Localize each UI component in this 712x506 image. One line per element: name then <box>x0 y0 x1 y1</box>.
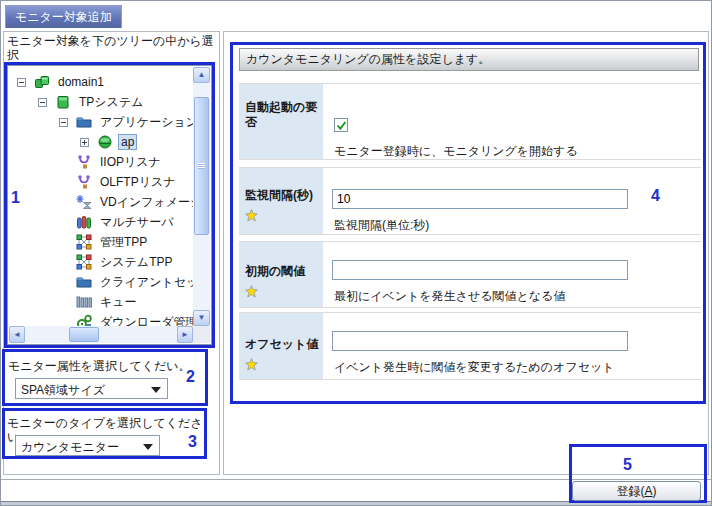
tree-item[interactable]: VDインフォメーション <box>9 192 193 212</box>
required-star-icon <box>245 358 319 375</box>
tree-item-label[interactable]: ダウンローダ管理サー <box>97 313 193 327</box>
queue-icon <box>76 294 92 310</box>
folder-icon <box>76 274 92 290</box>
tree-item[interactable]: domain1 <box>9 72 193 92</box>
tree-item[interactable]: アプリケーショングルー <box>9 112 193 132</box>
monitor-add-window: モニター対象追加 モニター対象を下のツリーの中から選択 してください。 doma… <box>0 0 712 506</box>
tab-add-monitor-target[interactable]: モニター対象追加 <box>5 5 122 28</box>
field-desc-interval: 監視間隔(単位:秒) <box>334 217 429 234</box>
horizontal-scroll-thumb[interactable] <box>69 327 99 342</box>
chevron-down-icon <box>151 387 161 393</box>
field-label-offset: オフセット値 <box>239 313 323 379</box>
tree-rows: domain1TPシステムアプリケーショングルーapIIOPリスナOLFTPリス… <box>9 67 193 326</box>
monitor-attribute-select[interactable]: SPA領域サイズ <box>15 378 168 399</box>
tree-item[interactable]: ap <box>9 132 193 152</box>
tree-item[interactable]: 管理TPP <box>9 232 193 252</box>
expander-plus-icon[interactable] <box>80 138 89 147</box>
vdinfo-icon <box>76 194 92 210</box>
scroll-right-button[interactable]: ► <box>177 326 193 343</box>
required-star-icon <box>245 209 319 226</box>
field-desc-threshold: 最初にイベントを発生させる閾値となる値 <box>334 288 565 305</box>
annotation-number-4: 4 <box>651 187 660 205</box>
tree-item-label[interactable]: システムTPP <box>97 253 175 272</box>
tree-instruction-line1: モニター対象を下のツリーの中から選択 <box>7 34 214 62</box>
tree-item[interactable]: ダウンローダ管理サー <box>9 312 193 326</box>
listener-icon <box>76 154 92 170</box>
field-desc-autostart: モニター登録時に、モニタリングを開始する <box>334 143 578 160</box>
scroll-down-button[interactable]: ▼ <box>193 310 210 326</box>
field-name: オフセット値 <box>245 337 318 351</box>
annotation-box-2: モニター属性を選択してくだい。 SPA領域サイズ 2 <box>2 349 208 406</box>
register-button-label-close: ) <box>653 484 657 498</box>
annotation-number-2: 2 <box>186 368 195 386</box>
field-name: 監視間隔(秒) <box>245 188 313 202</box>
field-label-interval: 監視間隔(秒) <box>239 168 323 234</box>
field-name: 自動起動の要否 <box>245 100 317 129</box>
tree-item-label[interactable]: domain1 <box>55 74 107 90</box>
app-icon <box>97 134 113 150</box>
field-row-autostart: 自動起動の要否 モニター登録時に、モニタリングを開始する <box>239 83 701 160</box>
register-button-accesskey: A <box>644 484 652 498</box>
monitor-type-select[interactable]: カウンタモニター <box>15 435 160 456</box>
settings-header-text: カウンタモニタリングの属性を設定します。 <box>246 52 490 66</box>
tree-item-label[interactable]: キュー <box>97 293 140 312</box>
tpp-icon <box>76 234 92 250</box>
horizontal-scrollbar[interactable]: ◄ ► <box>9 326 193 343</box>
tab-label: モニター対象追加 <box>15 10 112 24</box>
field-label-threshold: 初期の閾値 <box>239 242 323 307</box>
vertical-scroll-thumb[interactable] <box>194 97 209 235</box>
register-button[interactable]: 登録(A) <box>572 481 701 501</box>
register-button-label: 登録( <box>616 484 644 498</box>
required-star-icon <box>245 285 319 302</box>
tree-item-label[interactable]: クライアントセッション <box>97 273 193 292</box>
downloader-icon <box>76 314 92 326</box>
offset-input[interactable] <box>332 331 628 351</box>
listener-icon <box>76 174 92 190</box>
annotation-box-3: モニターのタイプを選択してください。 カウンタモニター 3 <box>2 408 207 459</box>
tree-item-label[interactable]: TPシステム <box>76 93 146 112</box>
folder-icon <box>76 114 92 130</box>
check-icon <box>336 120 347 131</box>
settings-header-bar: カウンタモニタリングの属性を設定します。 <box>239 48 699 71</box>
tree-item-label[interactable]: 管理TPP <box>97 233 150 252</box>
tree-item[interactable]: キュー <box>9 292 193 312</box>
field-row-interval: 監視間隔(秒) 監視間隔(単位:秒) <box>239 167 701 235</box>
autostart-checkbox[interactable] <box>334 118 348 132</box>
tree-item-label[interactable]: ap <box>118 134 137 150</box>
tree-item-label[interactable]: IIOPリスナ <box>97 153 164 172</box>
tree-item[interactable]: OLFTPリスナ <box>9 172 193 192</box>
scroll-up-button[interactable]: ▲ <box>193 67 210 83</box>
scroll-left-button[interactable]: ◄ <box>9 326 25 343</box>
tree-item-label[interactable]: アプリケーショングルー <box>97 113 193 132</box>
field-label-autostart: 自動起動の要否 <box>239 84 323 159</box>
annotation-box-1: domain1TPシステムアプリケーショングルーapIIOPリスナOLFTPリス… <box>4 62 215 348</box>
monitor-attribute-value: SPA領域サイズ <box>21 382 105 399</box>
scrollbar-corner <box>193 326 210 343</box>
monitor-type-value: カウンタモニター <box>21 439 119 456</box>
chevron-down-icon <box>143 444 153 450</box>
domain-icon <box>34 74 50 90</box>
annotation-number-3: 3 <box>188 433 197 451</box>
tree-item[interactable]: マルチサーバ <box>9 212 193 232</box>
attribute-select-label: モニター属性を選択してくだい。 <box>8 359 191 373</box>
expander-minus-icon[interactable] <box>59 118 68 127</box>
expander-minus-icon[interactable] <box>17 78 26 87</box>
tree-item-label[interactable]: VDインフォメーション <box>97 193 193 212</box>
tree-item-label[interactable]: OLFTPリスナ <box>97 173 179 192</box>
threshold-input[interactable] <box>332 260 628 280</box>
interval-input[interactable] <box>332 189 628 209</box>
expander-minus-icon[interactable] <box>38 98 47 107</box>
field-name: 初期の閾値 <box>245 264 305 278</box>
tree-item[interactable]: IIOPリスナ <box>9 152 193 172</box>
vertical-scrollbar[interactable]: ▲ ▼ <box>193 67 210 326</box>
field-row-threshold: 初期の閾値 最初にイベントを発生させる閾値となる値 <box>239 241 701 308</box>
tree-item[interactable]: TPシステム <box>9 92 193 112</box>
multiserver-icon <box>76 214 92 230</box>
tree-item[interactable]: クライアントセッション <box>9 272 193 292</box>
monitor-target-tree[interactable]: domain1TPシステムアプリケーショングルーapIIOPリスナOLFTPリス… <box>7 65 212 345</box>
field-desc-offset: イベント発生時に閾値を変更するためのオフセット <box>334 359 615 376</box>
annotation-number-5: 5 <box>623 456 632 474</box>
tree-item[interactable]: システムTPP <box>9 252 193 272</box>
field-row-offset: オフセット値 イベント発生時に閾値を変更するためのオフセット <box>239 312 701 380</box>
tree-item-label[interactable]: マルチサーバ <box>97 213 176 232</box>
